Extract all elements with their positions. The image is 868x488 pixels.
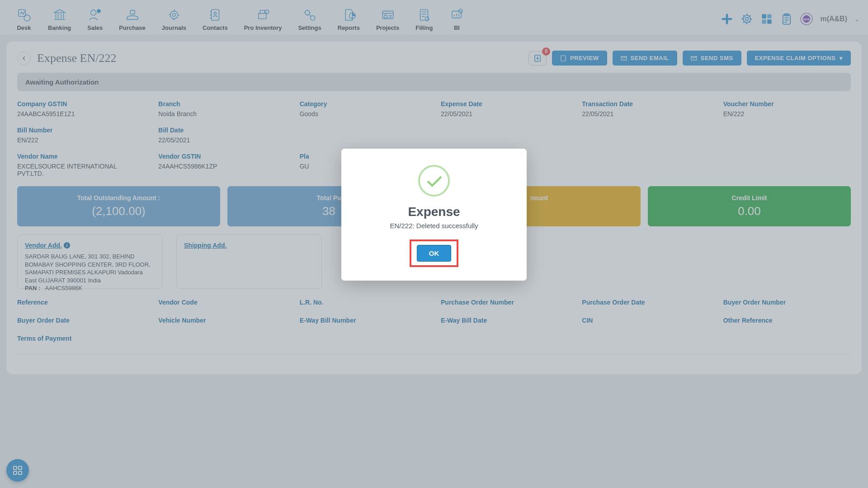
ok-highlight-box: OK xyxy=(410,239,459,267)
modal-backdrop: Expense EN/222: Deleted successfully OK xyxy=(0,0,868,488)
modal-message: EN/222: Deleted successfully xyxy=(355,222,513,230)
modal-title: Expense xyxy=(355,205,513,219)
check-circle-icon xyxy=(418,165,450,197)
ok-button[interactable]: OK xyxy=(417,245,452,262)
success-modal: Expense EN/222: Deleted successfully OK xyxy=(341,149,527,281)
